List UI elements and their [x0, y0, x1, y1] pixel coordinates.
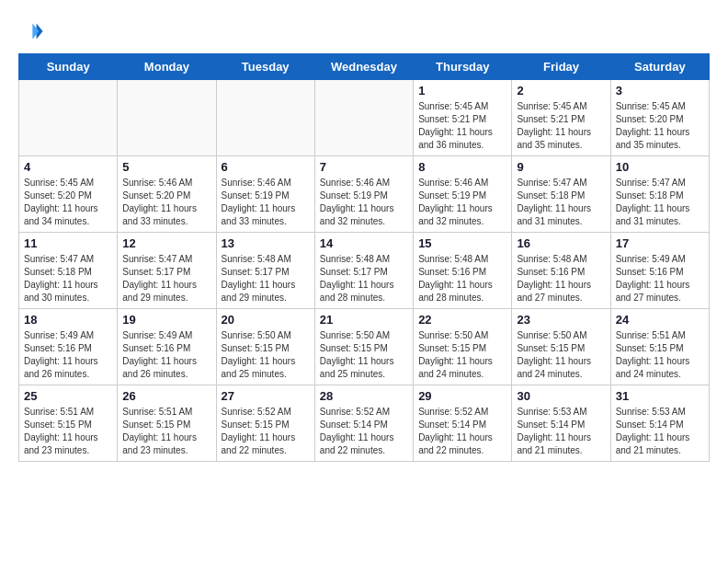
- day-number: 18: [24, 313, 112, 327]
- day-number: 2: [517, 84, 605, 98]
- day-number: 21: [320, 313, 408, 327]
- day-number: 31: [616, 389, 704, 403]
- day-number: 23: [517, 313, 605, 327]
- day-info: Sunrise: 5:49 AM Sunset: 5:16 PM Dayligh…: [616, 253, 704, 304]
- calendar-cell: 21Sunrise: 5:50 AM Sunset: 5:15 PM Dayli…: [314, 309, 413, 385]
- day-info: Sunrise: 5:50 AM Sunset: 5:15 PM Dayligh…: [517, 329, 605, 381]
- calendar-weekday-saturday: Saturday: [610, 54, 709, 80]
- day-number: 19: [122, 313, 210, 327]
- calendar-cell: 19Sunrise: 5:49 AM Sunset: 5:16 PM Dayli…: [118, 309, 216, 385]
- day-info: Sunrise: 5:45 AM Sunset: 5:20 PM Dayligh…: [616, 100, 704, 152]
- day-info: Sunrise: 5:52 AM Sunset: 5:15 PM Dayligh…: [222, 406, 310, 457]
- calendar-weekday-thursday: Thursday: [414, 54, 512, 80]
- calendar-weekday-monday: Monday: [118, 54, 216, 80]
- calendar-cell: 14Sunrise: 5:48 AM Sunset: 5:17 PM Dayli…: [314, 233, 413, 309]
- calendar-cell: 5Sunrise: 5:46 AM Sunset: 5:20 PM Daylig…: [118, 156, 216, 233]
- calendar-cell: 1Sunrise: 5:45 AM Sunset: 5:21 PM Daylig…: [414, 80, 512, 156]
- day-number: 17: [616, 236, 704, 250]
- day-info: Sunrise: 5:47 AM Sunset: 5:18 PM Dayligh…: [517, 177, 605, 228]
- calendar-cell: 18Sunrise: 5:49 AM Sunset: 5:16 PM Dayli…: [19, 309, 118, 385]
- logo-icon: [18, 18, 44, 44]
- day-number: 5: [122, 160, 210, 174]
- day-number: 13: [222, 236, 310, 250]
- day-info: Sunrise: 5:48 AM Sunset: 5:16 PM Dayligh…: [517, 253, 605, 304]
- day-info: Sunrise: 5:50 AM Sunset: 5:15 PM Dayligh…: [320, 329, 408, 381]
- calendar-weekday-friday: Friday: [512, 54, 610, 80]
- calendar-week-row: 4Sunrise: 5:45 AM Sunset: 5:20 PM Daylig…: [19, 156, 710, 233]
- day-info: Sunrise: 5:52 AM Sunset: 5:14 PM Dayligh…: [418, 406, 506, 457]
- day-number: 3: [616, 84, 704, 98]
- day-info: Sunrise: 5:52 AM Sunset: 5:14 PM Dayligh…: [320, 406, 408, 457]
- calendar-cell: [216, 80, 314, 156]
- day-number: 29: [418, 389, 506, 403]
- day-number: 30: [517, 389, 605, 403]
- calendar-cell: 22Sunrise: 5:50 AM Sunset: 5:15 PM Dayli…: [414, 309, 512, 385]
- calendar-week-row: 11Sunrise: 5:47 AM Sunset: 5:18 PM Dayli…: [19, 233, 710, 309]
- calendar-cell: 6Sunrise: 5:46 AM Sunset: 5:19 PM Daylig…: [216, 156, 314, 233]
- page-header: [18, 18, 710, 44]
- calendar-cell: 31Sunrise: 5:53 AM Sunset: 5:14 PM Dayli…: [610, 385, 709, 462]
- day-number: 7: [320, 160, 408, 174]
- day-info: Sunrise: 5:47 AM Sunset: 5:18 PM Dayligh…: [616, 177, 704, 228]
- calendar-cell: 12Sunrise: 5:47 AM Sunset: 5:17 PM Dayli…: [118, 233, 216, 309]
- day-number: 24: [616, 313, 704, 327]
- day-number: 4: [24, 160, 112, 174]
- day-info: Sunrise: 5:45 AM Sunset: 5:20 PM Dayligh…: [24, 177, 112, 228]
- calendar-cell: 9Sunrise: 5:47 AM Sunset: 5:18 PM Daylig…: [512, 156, 610, 233]
- day-number: 28: [320, 389, 408, 403]
- calendar-cell: 4Sunrise: 5:45 AM Sunset: 5:20 PM Daylig…: [19, 156, 118, 233]
- day-info: Sunrise: 5:46 AM Sunset: 5:19 PM Dayligh…: [418, 177, 506, 228]
- day-info: Sunrise: 5:49 AM Sunset: 5:16 PM Dayligh…: [122, 329, 210, 381]
- calendar-cell: 30Sunrise: 5:53 AM Sunset: 5:14 PM Dayli…: [512, 385, 610, 462]
- day-number: 15: [418, 236, 506, 250]
- calendar-cell: 15Sunrise: 5:48 AM Sunset: 5:16 PM Dayli…: [414, 233, 512, 309]
- day-info: Sunrise: 5:45 AM Sunset: 5:21 PM Dayligh…: [418, 100, 506, 152]
- calendar-week-row: 25Sunrise: 5:51 AM Sunset: 5:15 PM Dayli…: [19, 385, 710, 462]
- day-info: Sunrise: 5:51 AM Sunset: 5:15 PM Dayligh…: [122, 406, 210, 457]
- calendar-cell: [118, 80, 216, 156]
- calendar-cell: 11Sunrise: 5:47 AM Sunset: 5:18 PM Dayli…: [19, 233, 118, 309]
- calendar-cell: 17Sunrise: 5:49 AM Sunset: 5:16 PM Dayli…: [610, 233, 709, 309]
- calendar-cell: [19, 80, 118, 156]
- day-info: Sunrise: 5:46 AM Sunset: 5:20 PM Dayligh…: [122, 177, 210, 228]
- calendar-cell: 28Sunrise: 5:52 AM Sunset: 5:14 PM Dayli…: [314, 385, 413, 462]
- day-info: Sunrise: 5:48 AM Sunset: 5:17 PM Dayligh…: [222, 253, 310, 304]
- calendar-cell: 10Sunrise: 5:47 AM Sunset: 5:18 PM Dayli…: [610, 156, 709, 233]
- calendar-weekday-wednesday: Wednesday: [314, 54, 413, 80]
- day-info: Sunrise: 5:45 AM Sunset: 5:21 PM Dayligh…: [517, 100, 605, 152]
- calendar-cell: 29Sunrise: 5:52 AM Sunset: 5:14 PM Dayli…: [414, 385, 512, 462]
- day-number: 16: [517, 236, 605, 250]
- calendar-cell: 2Sunrise: 5:45 AM Sunset: 5:21 PM Daylig…: [512, 80, 610, 156]
- day-info: Sunrise: 5:50 AM Sunset: 5:15 PM Dayligh…: [222, 329, 310, 381]
- day-number: 26: [122, 389, 210, 403]
- day-info: Sunrise: 5:48 AM Sunset: 5:16 PM Dayligh…: [418, 253, 506, 304]
- calendar-cell: 8Sunrise: 5:46 AM Sunset: 5:19 PM Daylig…: [414, 156, 512, 233]
- logo: [18, 18, 48, 44]
- day-info: Sunrise: 5:47 AM Sunset: 5:17 PM Dayligh…: [122, 253, 210, 304]
- calendar-weekday-sunday: Sunday: [19, 54, 118, 80]
- calendar-cell: 24Sunrise: 5:51 AM Sunset: 5:15 PM Dayli…: [610, 309, 709, 385]
- calendar: SundayMondayTuesdayWednesdayThursdayFrid…: [18, 53, 710, 462]
- day-number: 12: [122, 236, 210, 250]
- calendar-week-row: 18Sunrise: 5:49 AM Sunset: 5:16 PM Dayli…: [19, 309, 710, 385]
- calendar-cell: 27Sunrise: 5:52 AM Sunset: 5:15 PM Dayli…: [216, 385, 314, 462]
- day-info: Sunrise: 5:51 AM Sunset: 5:15 PM Dayligh…: [24, 406, 112, 457]
- calendar-cell: 16Sunrise: 5:48 AM Sunset: 5:16 PM Dayli…: [512, 233, 610, 309]
- day-info: Sunrise: 5:47 AM Sunset: 5:18 PM Dayligh…: [24, 253, 112, 304]
- calendar-cell: 23Sunrise: 5:50 AM Sunset: 5:15 PM Dayli…: [512, 309, 610, 385]
- day-number: 6: [222, 160, 310, 174]
- day-number: 9: [517, 160, 605, 174]
- day-info: Sunrise: 5:46 AM Sunset: 5:19 PM Dayligh…: [320, 177, 408, 228]
- day-info: Sunrise: 5:50 AM Sunset: 5:15 PM Dayligh…: [418, 329, 506, 381]
- day-number: 10: [616, 160, 704, 174]
- day-number: 25: [24, 389, 112, 403]
- calendar-cell: 7Sunrise: 5:46 AM Sunset: 5:19 PM Daylig…: [314, 156, 413, 233]
- calendar-cell: 3Sunrise: 5:45 AM Sunset: 5:20 PM Daylig…: [610, 80, 709, 156]
- day-info: Sunrise: 5:46 AM Sunset: 5:19 PM Dayligh…: [222, 177, 310, 228]
- day-number: 22: [418, 313, 506, 327]
- day-info: Sunrise: 5:53 AM Sunset: 5:14 PM Dayligh…: [616, 406, 704, 457]
- calendar-cell: [314, 80, 413, 156]
- day-number: 14: [320, 236, 408, 250]
- day-number: 1: [418, 84, 506, 98]
- day-info: Sunrise: 5:51 AM Sunset: 5:15 PM Dayligh…: [616, 329, 704, 381]
